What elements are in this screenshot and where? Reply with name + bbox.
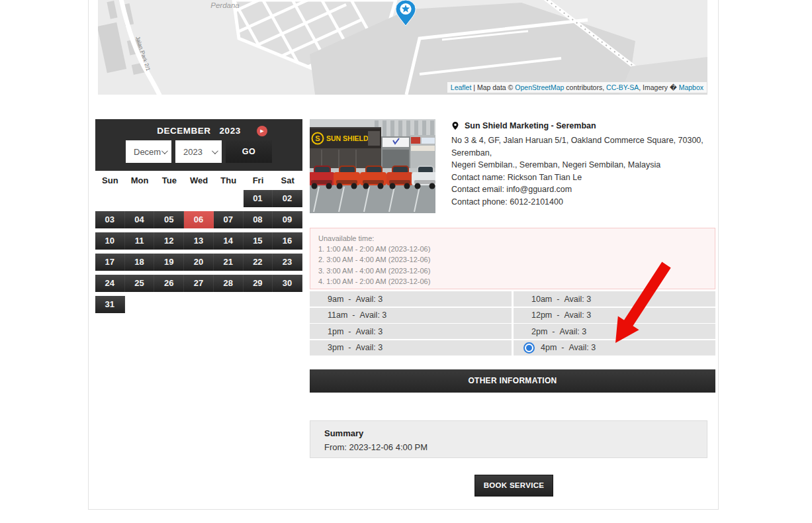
timeslot-dash: - <box>348 327 351 336</box>
timeslot-avail: Avail: 3 <box>356 343 383 352</box>
calendar-day-04[interactable]: 04 <box>125 211 155 228</box>
play-icon: ▶ <box>260 128 263 133</box>
summary-from: From: 2023-12-06 4:00 PM <box>324 442 693 452</box>
timeslot-3pm[interactable]: 3pm-Avail: 3 <box>310 340 512 356</box>
calendar-day-empty <box>125 190 155 207</box>
timeslot-dash: - <box>552 327 555 336</box>
year-select[interactable]: 2023 <box>175 140 222 163</box>
map-attribution: Leaflet | Map data © OpenStreetMap contr… <box>447 82 707 93</box>
year-select-value: 2023 <box>183 147 203 157</box>
timeslot-12pm[interactable]: 12pm-Avail: 3 <box>514 308 715 323</box>
calendar-header: DECEMBER2023 ▶ Decem 2023 GO <box>95 119 302 171</box>
go-button[interactable]: GO <box>226 140 272 163</box>
calendar-day-02[interactable]: 02 <box>273 190 302 207</box>
location-info: Sun Shield Marketing - Seremban No 3 & 4… <box>451 120 717 208</box>
calendar-day-13[interactable]: 13 <box>184 232 214 250</box>
calendar-day-20[interactable]: 20 <box>184 254 214 271</box>
calendar-week-row: 31 <box>95 296 302 313</box>
calendar-day-31[interactable]: 31 <box>95 296 125 313</box>
calendar-day-11[interactable]: 11 <box>125 232 155 250</box>
unavailable-item: 1. 1:00 AM - 2:00 AM (2023-12-06) <box>318 244 707 254</box>
timeslot-dash: - <box>348 295 351 304</box>
calendar-day-empty <box>154 296 184 313</box>
calendar-day-08[interactable]: 08 <box>244 211 273 228</box>
calendar-day-09[interactable]: 09 <box>273 211 302 228</box>
contact-phone: Contact phone: 6012-2101400 <box>451 196 717 209</box>
month-select[interactable]: Decem <box>126 140 171 163</box>
calendar-day-27[interactable]: 27 <box>184 275 214 292</box>
calendar-day-empty <box>95 190 125 207</box>
leaflet-link[interactable]: Leaflet <box>451 83 472 91</box>
day-header-wed: Wed <box>184 171 214 191</box>
timeslot-time: 1pm <box>328 327 343 336</box>
next-month-button[interactable]: ▶ <box>257 126 267 136</box>
timeslot-1pm[interactable]: 1pm-Avail: 3 <box>310 324 512 339</box>
timeslot-avail: Avail: 3 <box>564 295 591 304</box>
svg-text:S: S <box>315 134 320 142</box>
timeslot-time: 11am <box>328 310 347 320</box>
calendar-day-05[interactable]: 05 <box>154 211 184 228</box>
address-line-2: Negeri Sembilan., Seremban, Negeri Sembi… <box>451 159 717 171</box>
timeslot-4pm[interactable]: 4pm-Avail: 3 <box>514 340 715 356</box>
calendar-day-empty <box>184 190 214 207</box>
calendar-day-empty <box>154 190 184 207</box>
summary-box: Summary From: 2023-12-06 4:00 PM <box>310 420 707 458</box>
unavailable-list: 1. 1:00 AM - 2:00 AM (2023-12-06)2. 3:00… <box>318 244 707 287</box>
calendar-day-01[interactable]: 01 <box>244 190 273 207</box>
timeslot-time: 3pm <box>328 343 343 352</box>
calendar-day-empty <box>214 296 244 313</box>
calendar-day-empty <box>125 296 155 313</box>
timeslot-11am[interactable]: 11am-Avail: 3 <box>310 308 512 323</box>
calendar-day-19[interactable]: 19 <box>154 254 184 271</box>
unavailable-item: 3. 3:00 AM - 4:00 AM (2023-12-06) <box>318 265 707 276</box>
timeslot-2pm[interactable]: 2pm-Avail: 3 <box>514 324 715 339</box>
calendar-day-18[interactable]: 18 <box>125 254 155 271</box>
calendar-week-row: 17181920212223 <box>95 254 302 271</box>
calendar-title-year: 2023 <box>220 126 241 136</box>
contact-name: Contact name: Rickson Tan Tian Le <box>451 171 717 184</box>
timeslot-avail: Avail: 3 <box>356 295 383 304</box>
timeslot-dash: - <box>561 343 564 352</box>
book-service-button[interactable]: BOOK SERVICE <box>474 475 553 497</box>
calendar-day-15[interactable]: 15 <box>244 232 273 250</box>
calendar-day-06[interactable]: 06 <box>184 211 214 228</box>
other-information-bar[interactable]: OTHER INFORMATION <box>310 369 715 393</box>
calendar-day-30[interactable]: 30 <box>273 275 302 292</box>
location-name: Sun Shield Marketing - Seremban <box>465 121 596 130</box>
calendar-day-empty <box>244 296 273 313</box>
store-sign-text: SUN SHIELD <box>326 134 369 142</box>
timeslot-9am[interactable]: 9am-Avail: 3 <box>310 291 512 307</box>
calendar-day-23[interactable]: 23 <box>273 254 302 271</box>
calendar-day-10[interactable]: 10 <box>95 232 125 250</box>
calendar-day-21[interactable]: 21 <box>214 254 244 271</box>
calendar-day-28[interactable]: 28 <box>214 275 244 292</box>
unavailable-title: Unavailable time: <box>318 233 707 244</box>
calendar-day-14[interactable]: 14 <box>214 232 244 250</box>
calendar-day-25[interactable]: 25 <box>125 275 155 292</box>
calendar-day-03[interactable]: 03 <box>95 211 125 228</box>
timeslot-10am[interactable]: 10am-Avail: 3 <box>514 291 715 307</box>
chevron-down-icon <box>161 148 168 154</box>
radio-selected-icon[interactable] <box>523 342 535 354</box>
ccbysa-link[interactable]: CC-BY-SA <box>606 83 639 91</box>
day-header-mon: Mon <box>125 171 155 191</box>
calendar-day-26[interactable]: 26 <box>154 275 184 292</box>
calendar-day-24[interactable]: 24 <box>95 275 125 292</box>
attrib-text: , Imagery � <box>639 83 678 91</box>
calendar-day-22[interactable]: 22 <box>244 254 273 271</box>
osm-link[interactable]: OpenStreetMap <box>515 83 564 91</box>
map[interactable]: Perdana Jalan Park 2/1 Leaflet | Map dat… <box>98 0 707 95</box>
timeslot-time: 12pm <box>531 310 552 320</box>
timeslot-dash: - <box>352 310 355 320</box>
mapbox-link[interactable]: Mapbox <box>679 83 703 91</box>
store-photo: S SUN SHIELD <box>310 119 435 213</box>
calendar-day-07[interactable]: 07 <box>214 211 244 228</box>
calendar-day-17[interactable]: 17 <box>95 254 125 271</box>
calendar-grid: 0102030405060708091011121314151617181920… <box>95 190 302 317</box>
calendar-title-month: DECEMBER <box>157 126 210 136</box>
calendar-day-16[interactable]: 16 <box>273 232 302 250</box>
timeslot-avail: Avail: 3 <box>564 310 591 320</box>
calendar-week-row: 10111213141516 <box>95 232 302 250</box>
calendar-day-12[interactable]: 12 <box>154 232 184 250</box>
calendar-day-29[interactable]: 29 <box>244 275 273 292</box>
